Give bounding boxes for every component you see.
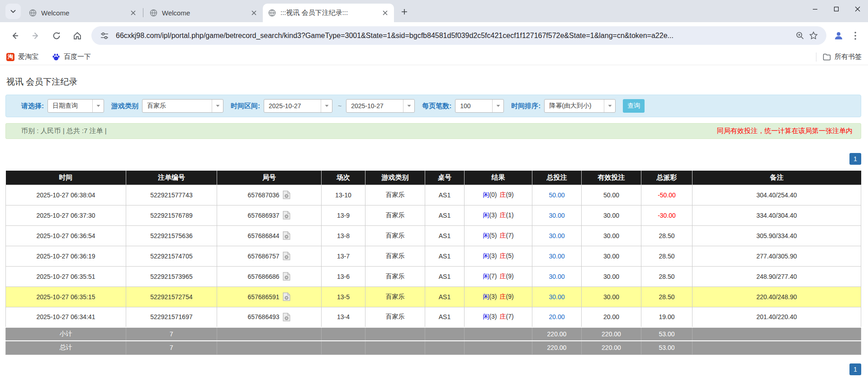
- zoom-icon[interactable]: [793, 29, 806, 43]
- cell-total-bet: 20.00: [532, 307, 582, 327]
- close-icon[interactable]: [128, 8, 138, 19]
- chevron-down-icon[interactable]: [321, 100, 332, 112]
- cell-table-no: [425, 327, 465, 341]
- globe-icon: [268, 9, 276, 17]
- new-tab-plus-icon[interactable]: [398, 5, 411, 19]
- search-button[interactable]: 查询: [623, 99, 645, 113]
- kebab-menu-icon[interactable]: [847, 28, 863, 44]
- bet-table-header-row: 时间注单编号局号场次游戏类别桌号结果总投注有效投注总派彩备注: [6, 171, 861, 185]
- video-replay-icon[interactable]: [282, 190, 291, 200]
- result-player-score: (3): [489, 252, 497, 259]
- video-replay-icon[interactable]: [282, 210, 291, 220]
- reload-icon[interactable]: [47, 27, 66, 45]
- minimize-icon[interactable]: [804, 0, 825, 18]
- bookmark-item-aitaobao[interactable]: 淘 爱淘宝: [6, 53, 38, 61]
- cell-table-no: [425, 341, 465, 354]
- bookmark-star-icon[interactable]: [806, 29, 820, 43]
- chevron-down-icon[interactable]: [604, 100, 615, 112]
- back-icon[interactable]: [6, 27, 24, 45]
- cell-bet-id: 522921575636: [126, 225, 217, 246]
- close-window-icon[interactable]: [847, 0, 868, 18]
- address-bar[interactable]: 66cxkj98.com/ipl/portal.php/game/betreco…: [91, 26, 826, 45]
- round-id: 657686844: [247, 232, 279, 239]
- bookmark-item-baidu[interactable]: 百度一下: [52, 53, 91, 61]
- cell-payout: 28.50: [641, 225, 693, 246]
- site-settings-tune-icon[interactable]: [98, 29, 111, 43]
- maximize-icon[interactable]: [825, 0, 847, 18]
- page-content: 视讯 会员下注纪录 请选择: 日期查询 游戏类别 百家乐 时间区间: 2025-…: [0, 76, 868, 375]
- sort-order-select[interactable]: 降幂(由大到小): [544, 99, 616, 113]
- home-icon[interactable]: [68, 27, 86, 45]
- page-size-select[interactable]: 100: [455, 99, 504, 113]
- summary-bar: 币别 : 人民币 | 总共 :7 注单 | 同局有效投注，统一计算在该局第一张注…: [5, 123, 861, 139]
- all-bookmarks[interactable]: 所有书签: [816, 53, 862, 62]
- table-row: 2025-10-27 06:34:41522921571697657686493…: [6, 307, 861, 327]
- cell-valid-bet: 30.00: [582, 205, 641, 225]
- date-from-value: 2025-10-27: [264, 100, 321, 112]
- browser-toolbar: 66cxkj98.com/ipl/portal.php/game/betreco…: [0, 22, 868, 49]
- result-player: 闲: [483, 272, 489, 280]
- cell-result: [465, 341, 532, 354]
- game-type-select[interactable]: 百家乐: [142, 99, 223, 113]
- cell-round-id: [217, 327, 322, 341]
- tab-search-chevron-icon[interactable]: [5, 4, 21, 19]
- chevron-down-icon[interactable]: [92, 100, 104, 112]
- cell-table-no: AS1: [425, 266, 465, 287]
- cell-payout: 28.50: [641, 287, 693, 307]
- video-replay-icon[interactable]: [282, 312, 291, 322]
- video-replay-icon[interactable]: [282, 292, 291, 301]
- cell-total-bet: 30.00: [532, 205, 582, 225]
- video-replay-icon[interactable]: [282, 251, 291, 261]
- browser-tab-1[interactable]: Welcome: [24, 4, 142, 22]
- cell-session: [322, 341, 365, 354]
- cell-session: [322, 327, 365, 341]
- result-player: 闲: [483, 232, 489, 239]
- cell-total-bet: 30.00: [532, 225, 582, 246]
- chevron-down-icon[interactable]: [403, 100, 414, 112]
- query-type-label: 请选择:: [21, 102, 44, 110]
- result-banker-score: (9): [506, 272, 514, 280]
- browser-tab-2[interactable]: Welcome: [144, 4, 263, 22]
- globe-icon: [29, 9, 37, 17]
- cell-total-bet: 30.00: [532, 266, 582, 287]
- cell-session: 13-8: [322, 225, 365, 246]
- cell-result: 闲(5)庄(7): [465, 225, 532, 246]
- browser-tab-active[interactable]: :::视讯 会员下注纪录:::: [263, 4, 394, 22]
- date-from-select[interactable]: 2025-10-27: [264, 99, 332, 113]
- table-row: 2025-10-27 06:35:15522921572754657686591…: [6, 287, 861, 307]
- all-bookmarks-label: 所有书签: [835, 53, 862, 61]
- query-type-select[interactable]: 日期查询: [47, 99, 104, 113]
- cell-time: 2025-10-27 06:35:51: [6, 266, 126, 287]
- chevron-down-icon[interactable]: [492, 100, 503, 112]
- date-to-select[interactable]: 2025-10-27: [346, 99, 415, 113]
- cell-table-no: AS1: [425, 205, 465, 225]
- close-icon[interactable]: [379, 8, 390, 19]
- cell-result: 闲(3)庄(9): [465, 287, 532, 307]
- cell-total-bet: 30.00: [532, 287, 582, 307]
- cell-game-type: 百家乐: [365, 225, 425, 246]
- cell-round-id: 657686591: [217, 287, 322, 307]
- cell-bet-id: 522921577743: [126, 185, 217, 205]
- cell-session: 13-5: [322, 287, 365, 307]
- video-replay-icon[interactable]: [282, 272, 291, 281]
- result-player: 闲: [483, 313, 489, 320]
- cell-bet-id: 522921573965: [126, 266, 217, 287]
- cell-total-count: 7: [126, 341, 217, 354]
- cell-valid-bet: 50.00: [582, 185, 641, 205]
- profile-icon[interactable]: [830, 27, 847, 44]
- cell-total-bet: 220.00: [532, 341, 582, 354]
- page-number-button[interactable]: 1: [849, 363, 861, 375]
- forward-icon[interactable]: [27, 27, 45, 45]
- close-icon[interactable]: [248, 8, 259, 19]
- page-number-button[interactable]: 1: [849, 153, 861, 165]
- video-replay-icon[interactable]: [282, 231, 291, 240]
- pagination-bottom: 1: [5, 363, 861, 375]
- cell-valid-bet: 30.00: [582, 287, 641, 307]
- cell-game-type: 百家乐: [365, 205, 425, 225]
- result-player: 闲: [483, 191, 489, 198]
- cell-result: 闲(0)庄(9): [465, 185, 532, 205]
- url-text[interactable]: 66cxkj98.com/ipl/portal.php/game/betreco…: [116, 32, 793, 40]
- cell-game-type: [365, 327, 425, 341]
- table-row: 2025-10-27 06:36:19522921574705657686757…: [6, 246, 861, 266]
- chevron-down-icon[interactable]: [212, 100, 223, 112]
